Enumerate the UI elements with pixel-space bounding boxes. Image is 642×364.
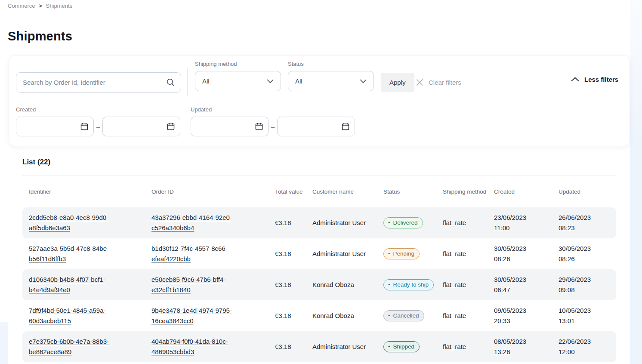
shipping-method-cell: flat_rate: [436, 218, 488, 228]
apply-button[interactable]: Apply: [381, 73, 414, 92]
breadcrumb-separator-icon: >: [39, 3, 42, 9]
shipping-method-value: All: [202, 77, 210, 85]
shipping-method-cell: flat_rate: [436, 342, 488, 352]
chevron-up-icon: [571, 77, 579, 82]
status-badge: •Delivered: [383, 217, 423, 228]
status-dot-icon: •: [388, 314, 390, 318]
range-separator: –: [271, 123, 275, 130]
shipping-method-cell: flat_rate: [436, 280, 488, 290]
table-row[interactable]: 527aae3a-5b5d-47c8-84be-b56f11d6ffb3 b1d…: [22, 238, 616, 269]
status-filter-value: All: [295, 77, 302, 85]
order-id-link[interactable]: 9b4e3478-1e4d-4974-9795-16cea3843cc0: [151, 305, 244, 326]
divider: [560, 68, 560, 93]
status-cell: •Cancelled: [377, 310, 436, 322]
order-id-cell: 404ab794-f0f0-41da-810c-4869053cbbd3: [145, 336, 253, 357]
status-cell: •Shipped: [377, 341, 436, 353]
chevron-down-icon: [267, 77, 274, 85]
customer-name-cell: Konrad Oboza: [306, 311, 377, 321]
breadcrumb-item-shipments[interactable]: Shipments: [46, 3, 72, 9]
calendar-icon: [341, 122, 350, 133]
updated-cell: 22/06/2023 12:00: [552, 336, 603, 357]
column-header: Shipping method: [436, 188, 488, 196]
total-value-cell: €3.18: [269, 342, 306, 352]
less-filters-label: Less filters: [584, 76, 618, 83]
total-value-cell: €3.18: [269, 249, 306, 259]
range-separator: –: [96, 123, 100, 130]
customer-name-cell: Administrator User: [306, 249, 377, 259]
search-input[interactable]: [16, 72, 181, 93]
created-cell: 08/05/2023 13:26: [488, 336, 538, 357]
status-dot-icon: •: [388, 283, 390, 287]
shipping-method-cell: flat_rate: [436, 249, 488, 259]
updated-cell: 26/06/2023 08:23: [552, 213, 603, 233]
chevron-down-icon: [360, 77, 367, 85]
status-cell: •Ready to ship: [377, 279, 436, 291]
created-cell: 30/05/2023 06:47: [488, 275, 538, 295]
order-id-link[interactable]: e50ceb85-f9c6-47b6-bff4-e32cff1b1840: [151, 275, 244, 295]
identifier-cell: 2cdd5eb8-e8a0-4ec8-99d0-a8f5db6e3a63: [22, 213, 130, 233]
close-icon: [416, 78, 424, 86]
total-value-cell: €3.18: [269, 218, 306, 228]
column-header: Identifier: [22, 188, 145, 196]
order-id-cell: b1d30f12-7f4c-4557-8c66-efeaf4220cbb: [145, 244, 253, 264]
created-cell: 30/05/2023 08:26: [488, 244, 538, 264]
status-select[interactable]: All: [288, 71, 374, 91]
shipping-method-cell: flat_rate: [436, 311, 488, 321]
list-title: List (22): [22, 156, 616, 167]
column-header: Total value: [269, 188, 306, 196]
order-id-link[interactable]: b1d30f12-7f4c-4557-8c66-efeaf4220cbb: [151, 244, 244, 264]
shipping-method-label: Shipping method: [195, 61, 281, 67]
table-row[interactable]: 2cdd5eb8-e8a0-4ec8-99d0-a8f5db6e3a63 43a…: [22, 207, 616, 238]
status-filter-label: Status: [288, 61, 374, 67]
table-row[interactable]: e7e375cb-6b0b-4e7a-88b3-be862ace8a89 404…: [22, 331, 616, 362]
customer-name-cell: Administrator User: [306, 342, 377, 352]
identifier-link[interactable]: 527aae3a-5b5d-47c8-84be-b56f11d6ffb3: [29, 244, 121, 264]
status-badge: •Cancelled: [383, 310, 424, 321]
clear-filters-button[interactable]: Clear filters: [416, 73, 461, 92]
column-header: Customer name: [306, 188, 377, 196]
identifier-cell: e7e375cb-6b0b-4e7a-88b3-be862ace8a89: [22, 336, 130, 357]
clear-filters-label: Clear filters: [429, 79, 461, 86]
status-dot-icon: •: [388, 252, 390, 256]
sidebar-edge: [0, 322, 8, 364]
less-filters-toggle[interactable]: Less filters: [571, 76, 618, 83]
divider: [187, 68, 188, 96]
page-background-edge: [630, 0, 642, 364]
calendar-icon: [167, 122, 175, 133]
status-dot-icon: •: [388, 221, 390, 225]
updated-cell: 10/05/2023 13:01: [552, 305, 603, 326]
total-value-cell: €3.18: [269, 280, 306, 290]
customer-name-cell: Konrad Oboza: [306, 280, 377, 290]
identifier-link[interactable]: d106340b-b4b8-4f07-bcf1-b4e4d9af94e0: [29, 275, 121, 295]
shipping-method-select[interactable]: All: [195, 71, 281, 91]
calendar-icon: [255, 122, 263, 133]
updated-cell: 30/05/2023 08:26: [552, 244, 603, 264]
column-header: Created: [488, 188, 552, 196]
identifier-link[interactable]: e7e375cb-6b0b-4e7a-88b3-be862ace8a89: [29, 336, 121, 357]
status-dot-icon: •: [388, 345, 390, 349]
total-value-cell: €3.18: [269, 311, 306, 321]
table-row[interactable]: d106340b-b4b8-4f07-bcf1-b4e4d9af94e0 e50…: [22, 269, 616, 300]
identifier-cell: d106340b-b4b8-4f07-bcf1-b4e4d9af94e0: [22, 275, 130, 295]
search-icon: [166, 78, 175, 89]
page-title: Shipments: [8, 29, 72, 43]
identifier-cell: 7df9f4bd-50e1-4845-a59a-60d3acbeb115: [22, 305, 130, 326]
column-header: Status: [377, 188, 436, 196]
column-header: Updated: [552, 188, 610, 196]
status-badge: •Pending: [383, 248, 420, 259]
shipments-list: List (22) IdentifierOrder IDTotal valueC…: [22, 156, 616, 362]
calendar-icon: [80, 122, 89, 133]
order-id-link[interactable]: 43a37296-ebbd-4164-92e0-c526a340b6b4: [151, 213, 244, 233]
filters-panel: Shipping method All Status All Apply Cle: [9, 55, 630, 146]
order-id-link[interactable]: 404ab794-f0f0-41da-810c-4869053cbbd3: [151, 336, 244, 357]
customer-name-cell: Administrator User: [306, 218, 377, 228]
table-row[interactable]: 7df9f4bd-50e1-4845-a59a-60d3acbeb115 9b4…: [22, 300, 616, 331]
updated-cell: 29/06/2023 09:08: [552, 275, 603, 295]
status-badge: •Shipped: [383, 341, 420, 352]
created-cell: 09/05/2023 20:33: [488, 305, 538, 326]
identifier-link[interactable]: 7df9f4bd-50e1-4845-a59a-60d3acbeb115: [29, 305, 121, 326]
identifier-link[interactable]: 2cdd5eb8-e8a0-4ec8-99d0-a8f5db6e3a63: [29, 213, 121, 233]
breadcrumb: Commerce > Shipments: [8, 3, 72, 9]
breadcrumb-item-commerce[interactable]: Commerce: [8, 3, 35, 9]
table-header-row: IdentifierOrder IDTotal valueCustomer na…: [22, 176, 616, 207]
